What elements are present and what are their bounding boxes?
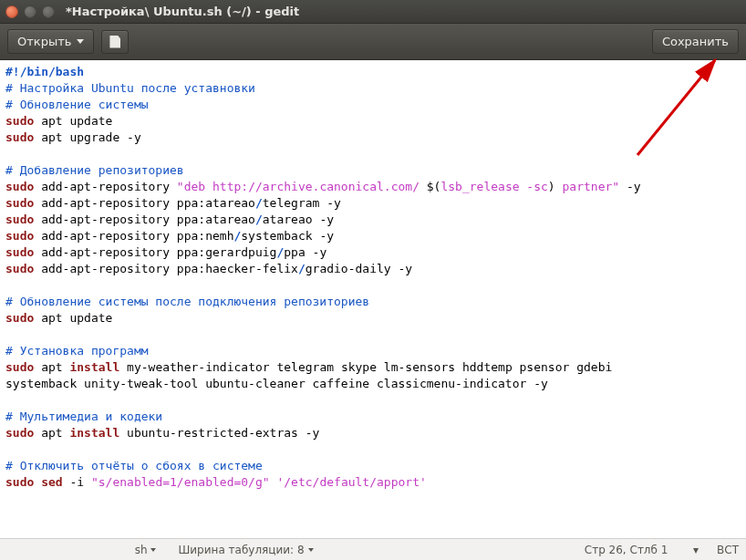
chevron-down-icon — [77, 39, 84, 44]
code-token: sudo — [5, 360, 34, 374]
code-token: sudo — [5, 213, 34, 226]
code-line: # Добавление репозиториев — [5, 163, 184, 177]
code-token: apt — [34, 426, 69, 440]
new-document-button[interactable] — [101, 30, 129, 54]
code-token: sudo — [5, 196, 34, 210]
chevron-down-icon — [308, 548, 314, 552]
code-token: ppa -y — [284, 245, 326, 259]
code-token: add-apt-repository ppa:nemh — [34, 229, 233, 243]
window-close-button[interactable] — [5, 5, 18, 18]
code-token: $( — [427, 180, 441, 193]
toolbar: Открыть Сохранить — [0, 24, 746, 60]
code-token — [34, 475, 41, 489]
code-token: sed — [41, 475, 62, 489]
tab-width-selector[interactable]: Ширина табуляции: 8 — [178, 544, 313, 556]
code-token: '/etc/default/apport' — [276, 475, 426, 489]
spacer: ▾ — [686, 544, 699, 556]
code-token: ) — [548, 180, 555, 193]
code-token: install — [69, 426, 119, 440]
window-maximize-button[interactable] — [42, 5, 55, 18]
code-token: install — [69, 360, 119, 374]
cursor-position: Стр 26, Стлб 1 — [585, 544, 668, 556]
code-line: # Отключить отчёты о сбоях в системе — [5, 459, 263, 472]
code-token: systemback -y — [241, 229, 334, 243]
window-titlebar: *Настройка\ Ubuntu.sh (~/) - gedit — [0, 0, 746, 24]
code-token: telegram -y — [263, 196, 341, 210]
text-editor[interactable]: #!/bin/bash # Настройка Ubuntu после уст… — [0, 60, 746, 538]
insert-mode[interactable]: ВСТ — [717, 544, 739, 556]
code-line: #!/bin/bash — [5, 65, 84, 78]
code-token: apt update — [34, 114, 112, 128]
code-token: -i — [63, 475, 91, 489]
open-button[interactable]: Открыть — [7, 29, 94, 54]
code-token: "deb http://archive.canonical.com/ — [177, 180, 427, 193]
syntax-label: sh — [135, 544, 148, 556]
save-button-label: Сохранить — [662, 35, 729, 48]
code-line: systemback unity-tweak-tool ubuntu-clean… — [5, 377, 548, 390]
code-token: add-apt-repository ppa:gerardpuig — [34, 245, 276, 259]
code-line: # Обновление системы после подключения р… — [5, 295, 369, 308]
code-token: partner" — [555, 180, 619, 193]
new-document-icon — [109, 36, 120, 48]
code-token: -y — [619, 180, 640, 193]
window-minimize-button[interactable] — [24, 5, 36, 18]
code-line: # Обновление системы — [5, 98, 149, 111]
syntax-selector[interactable]: sh — [135, 544, 157, 556]
code-token: sudo — [5, 245, 34, 259]
window-title: *Настройка\ Ubuntu.sh (~/) - gedit — [66, 5, 299, 18]
code-line: # Мультимедиа и кодеки — [5, 410, 162, 423]
code-token: sudo — [5, 130, 34, 144]
code-token: sudo — [5, 180, 34, 193]
code-token: add-apt-repository — [34, 180, 177, 193]
code-token: ubuntu-restricted-extras -y — [119, 426, 319, 440]
code-token: lsb_release -sc — [440, 180, 547, 193]
code-token: add-apt-repository ppa:haecker-felix — [34, 262, 298, 275]
code-token: / — [255, 196, 263, 210]
code-token: atareao -y — [263, 213, 334, 226]
tab-width-label: Ширина табуляции: 8 — [178, 544, 304, 556]
code-line: # Настройка Ubuntu после уставновки — [5, 81, 255, 95]
code-token: apt upgrade -y — [34, 130, 140, 144]
code-token: add-apt-repository ppa:atareao — [34, 196, 255, 210]
code-token: sudo — [5, 114, 34, 128]
code-token: / — [255, 213, 263, 226]
open-button-label: Открыть — [17, 35, 71, 48]
code-token: apt update — [34, 311, 112, 325]
code-token: sudo — [5, 229, 34, 243]
code-token: apt — [34, 360, 69, 374]
code-token: sudo — [5, 262, 34, 275]
code-token: my-weather-indicator telegram skype lm-s… — [119, 360, 612, 374]
code-token: / — [298, 262, 306, 275]
code-token: add-apt-repository ppa:atareao — [34, 213, 255, 226]
code-token: sudo — [5, 475, 34, 489]
code-token: gradio-daily -y — [306, 262, 412, 275]
code-token: sudo — [5, 311, 34, 325]
code-token: "s/enabled=1/enabled=0/g" — [91, 475, 270, 489]
code-token: sudo — [5, 426, 34, 440]
code-line: # Установка программ — [5, 344, 149, 358]
statusbar: sh Ширина табуляции: 8 Стр 26, Стлб 1 ▾ … — [0, 538, 746, 560]
save-button[interactable]: Сохранить — [652, 29, 739, 54]
chevron-down-icon — [150, 548, 156, 552]
